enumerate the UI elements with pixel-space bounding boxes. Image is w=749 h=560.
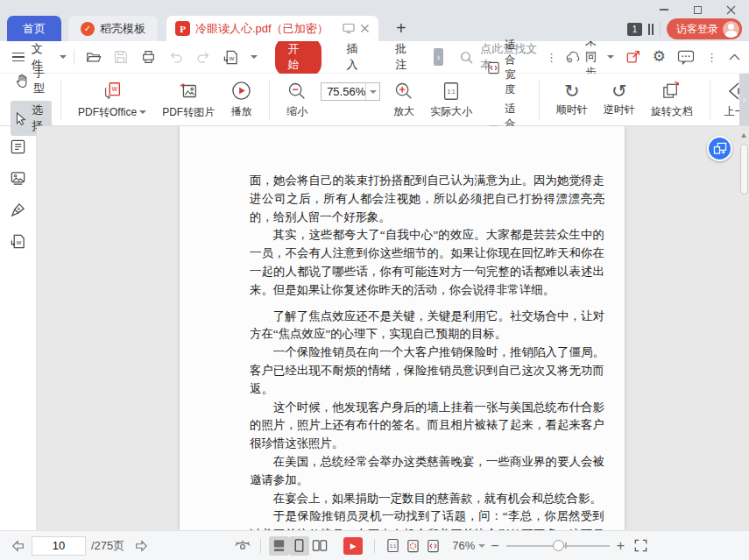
comment-icon[interactable] [677, 50, 695, 65]
undo-icon[interactable] [168, 50, 184, 64]
zoom-dropdown-button[interactable] [365, 83, 379, 100]
zoom-in-label: 放大 [393, 104, 414, 119]
window-stack-icon[interactable] [648, 24, 654, 35]
zoom-out-status-button[interactable]: − [485, 538, 504, 554]
svg-text:w: w [16, 238, 22, 246]
zoom-level-value: 75.56% [322, 85, 365, 98]
tab-docer-templates[interactable]: ✓ 稻壳模板 [68, 16, 158, 41]
rotate-document-button[interactable]: 旋转文档 [643, 80, 701, 119]
rotate-counterclockwise-button[interactable]: ↺ 逆时针 [596, 82, 643, 117]
divider [260, 539, 261, 553]
tabbar-right: 1 访客登录 [627, 18, 742, 40]
pdf-to-office-button[interactable]: w PDF转Office [70, 80, 154, 120]
pdf-to-image-button[interactable]: PDF转图片 [154, 80, 223, 120]
popup-window-icon[interactable] [343, 23, 355, 34]
tab-insert[interactable]: 插入 [336, 41, 378, 73]
new-tab-button[interactable]: + [391, 16, 412, 41]
zoom-in-status-button[interactable]: + [611, 538, 630, 554]
minimize-button[interactable] [654, 4, 674, 17]
svg-text:w: w [228, 53, 234, 61]
close-window-button[interactable] [721, 4, 740, 17]
divider [660, 22, 661, 36]
search-options-icon[interactable]: ⋮ [546, 51, 557, 64]
zoom-out-icon [286, 81, 307, 102]
divider [74, 49, 74, 65]
more-options-icon[interactable]: ⋮ [706, 51, 717, 64]
page-number-input[interactable] [32, 536, 86, 556]
export-word-panel-icon[interactable]: w [10, 233, 26, 250]
actual-size-icon: 1:1 [442, 81, 461, 102]
actual-size-button[interactable]: 1:1 实际大小 [422, 81, 480, 119]
convert-float-button[interactable] [707, 136, 732, 161]
close-tab-icon[interactable] [360, 24, 370, 33]
fit-width-status-button[interactable] [423, 536, 443, 556]
eye-protection-icon[interactable] [233, 538, 252, 553]
more-tabs-button[interactable]: › [434, 48, 443, 66]
pdf-page[interactable]: 面，她会将自己的装束打扮搭配到自己认为满意为止。因为她觉得走进公司之后，所有人都… [180, 126, 625, 530]
signature-pen-icon[interactable] [10, 202, 26, 218]
open-folder-icon[interactable] [85, 49, 102, 65]
zoom-out-button[interactable]: 缩小 [279, 81, 315, 119]
rotate-clockwise-button[interactable]: ↻ 顺时针 [548, 82, 596, 117]
expand-panel-button[interactable]: › [739, 74, 749, 125]
export-to-word-icon[interactable]: w [223, 49, 239, 66]
zoom-percent-label[interactable]: 76% [452, 539, 475, 552]
hand-tool-button[interactable]: 手型 [11, 63, 52, 98]
svg-text:1:1: 1:1 [448, 88, 456, 94]
outline-panel-icon[interactable] [10, 138, 26, 155]
pdf-file-icon: P [175, 21, 190, 36]
tab-bar: 首页 ✓ 稻壳模板 P 冷眼读人心.pdf（已加密） + 1 访客登录 [0, 0, 749, 41]
collapse-ribbon-icon[interactable] [729, 53, 740, 60]
view-mode-two-page-button[interactable] [309, 536, 329, 556]
share-icon[interactable] [625, 49, 641, 65]
view-mode-single-page-button[interactable] [289, 536, 309, 556]
content-area: w 面，她会将自己的装束打扮搭配到自己认为满意为止。因为她觉得走进公司之后，所有… [0, 126, 749, 530]
previous-page-button[interactable] [11, 539, 26, 553]
tab-home[interactable]: 首页 [7, 16, 61, 41]
print-icon[interactable] [140, 49, 157, 65]
slideshow-play-button[interactable]: ▶ [343, 537, 363, 555]
save-icon[interactable] [113, 49, 129, 65]
chevron-down-icon[interactable] [478, 544, 485, 548]
cursor-icon [14, 111, 27, 126]
redo-icon[interactable] [195, 50, 211, 64]
zoom-level-combobox[interactable]: 75.56% [321, 82, 380, 101]
chevron-down-icon[interactable] [251, 55, 258, 59]
scrollbar-thumb[interactable] [740, 144, 748, 195]
visitor-login-button[interactable]: 访客登录 [667, 18, 742, 39]
zoom-slider-handle[interactable] [553, 540, 564, 551]
rotate-document-icon [661, 80, 682, 102]
left-sidebar: w [0, 126, 37, 530]
play-button[interactable]: 播放 [223, 80, 260, 119]
fullscreen-icon[interactable] [633, 538, 648, 553]
hamburger-icon[interactable] [12, 53, 25, 62]
scroll-up-arrow[interactable] [741, 133, 746, 138]
ribbon-toolbar: 手型 选择 w PDF转Office PDF转图片 播放 缩小 75.56% [0, 74, 749, 126]
gear-icon[interactable]: ⚙ [653, 48, 666, 66]
page-total-label: /275页 [91, 538, 124, 554]
hand-tool-label: 手型 [33, 65, 45, 96]
zoom-slider-tick [565, 542, 567, 549]
rotate-clockwise-icon: ↻ [564, 82, 580, 100]
tab-start[interactable]: 开始 [275, 38, 322, 76]
avatar-icon [723, 21, 739, 38]
chevron-down-icon[interactable] [60, 55, 67, 59]
maximize-button[interactable] [688, 4, 707, 17]
pdf-page-text: 面，她会将自己的装束打扮搭配到自己认为满意为止。因为她觉得走进公司之后，所有人都… [180, 126, 625, 530]
fit-width-button[interactable]: 适合宽度 [487, 38, 522, 97]
next-page-button[interactable] [133, 539, 149, 553]
fit-page-status-button[interactable] [403, 536, 423, 556]
wps-pdf-window: 首页 ✓ 稻壳模板 P 冷眼读人心.pdf（已加密） + 1 访客登录 [0, 0, 749, 560]
view-mode-scroll-button[interactable] [269, 536, 289, 556]
zoom-slider[interactable] [506, 540, 610, 552]
pdf-to-image-icon [177, 80, 200, 103]
actual-size-status-button[interactable]: 1:1 [383, 536, 403, 556]
window-count-badge[interactable]: 1 [627, 23, 642, 36]
vertical-scrollbar[interactable] [738, 126, 749, 530]
tab-annotate[interactable]: 批注 [385, 41, 427, 73]
pdf-paragraph: 面，她会将自己的装束打扮搭配到自己认为满意为止。因为她觉得走进公司之后，所有人都… [250, 172, 604, 226]
tab-document[interactable]: P 冷眼读人心.pdf（已加密） [166, 16, 378, 41]
thumbnails-panel-icon[interactable] [10, 170, 26, 187]
zoom-in-button[interactable]: 放大 [385, 81, 422, 119]
document-viewport[interactable]: 面，她会将自己的装束打扮搭配到自己认为满意为止。因为她觉得走进公司之后，所有人都… [37, 126, 749, 530]
